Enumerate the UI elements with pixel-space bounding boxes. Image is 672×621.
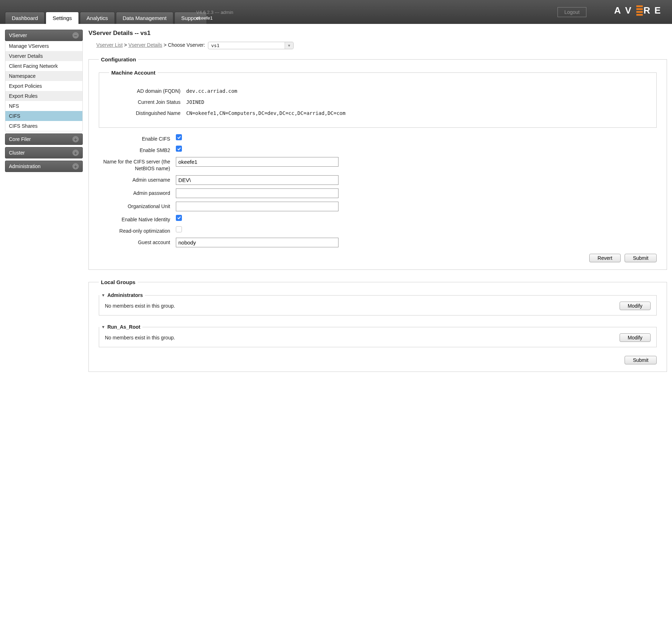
page-title: VServer Details -- vs1	[88, 30, 667, 37]
triangle-down-icon: ▼	[101, 293, 105, 297]
guest-label: Guest account	[99, 238, 170, 246]
content: VServer Details -- vs1 Vserver List > Vs…	[88, 30, 667, 381]
sidebar-item-client-facing-network[interactable]: Client Facing Network	[5, 61, 82, 71]
sidebar-section-core-filer-label: Core Filer	[9, 136, 31, 142]
native-identity-label: Enable Native Identity	[99, 215, 170, 223]
top-info: V4.6.2.3 --- admin okeefe1	[196, 10, 233, 21]
enable-cifs-label: Enable CIFS	[99, 134, 170, 142]
readonly-label: Read-only optimization	[99, 226, 170, 234]
ou-label: Organizational Unit	[99, 202, 170, 209]
plus-icon: +	[72, 136, 79, 142]
run-as-root-title: Run_As_Root	[107, 324, 141, 330]
local-groups-legend: Local Groups	[99, 279, 138, 285]
sidebar-item-export-rules[interactable]: Export Rules	[5, 91, 82, 101]
version-line: V4.6.2.3 --- admin	[196, 10, 233, 15]
sidebar-item-cifs[interactable]: CIFS	[5, 111, 82, 121]
logout-button[interactable]: Logout	[558, 7, 586, 17]
enable-smb2-label: Enable SMB2	[99, 146, 170, 153]
administrators-group: ▼ Administrators No members exist in thi…	[99, 292, 657, 315]
enable-cifs-checkbox[interactable]	[176, 134, 182, 140]
run-as-root-modify-button[interactable]: Modify	[620, 333, 651, 342]
admin-pass-label: Admin password	[99, 188, 170, 196]
native-identity-checkbox[interactable]	[176, 215, 182, 221]
dn-value: CN=okeefe1,CN=Computers,DC=dev,DC=cc,DC=…	[186, 109, 646, 116]
netbios-label: Name for the CIFS server (the NetBIOS na…	[99, 157, 170, 171]
sidebar-item-vserver-details[interactable]: Vserver Details	[5, 51, 82, 61]
sidebar-section-core-filer[interactable]: Core Filer +	[5, 133, 83, 145]
admin-user-input[interactable]	[176, 175, 338, 185]
sidebar-section-cluster-label: Cluster	[9, 150, 25, 156]
tab-data-management[interactable]: Data Management	[116, 12, 173, 24]
logo-e-icon	[636, 5, 643, 16]
logo-a: A	[614, 5, 625, 16]
sidebar-section-cluster[interactable]: Cluster +	[5, 147, 83, 158]
machine-account-fieldset: Machine Account AD domain (FQDN) dev.cc.…	[99, 70, 657, 128]
sidebar-section-vserver[interactable]: VServer −	[5, 30, 83, 41]
sidebar-item-nfs[interactable]: NFS	[5, 101, 82, 111]
plus-icon: +	[72, 163, 79, 170]
sidebar-item-cifs-shares[interactable]: CIFS Shares	[5, 121, 82, 131]
tab-analytics[interactable]: Analytics	[80, 12, 115, 24]
sidebar-vserver-items: Manage VServers Vserver Details Client F…	[5, 41, 83, 131]
run-as-root-legend[interactable]: ▼ Run_As_Root	[99, 324, 142, 330]
vserver-select[interactable]: vs1 ▼	[208, 42, 294, 49]
logo-r: R	[643, 5, 655, 16]
breadcrumb: Vserver List > Vserver Details > Choose …	[96, 42, 667, 49]
breadcrumb-vserver-details[interactable]: Vserver Details	[128, 42, 162, 48]
submit-button[interactable]: Submit	[625, 254, 657, 262]
run-as-root-empty-msg: No members exist in this group.	[105, 335, 175, 340]
top-bar: Dashboard Settings Analytics Data Manage…	[0, 0, 672, 24]
administrators-modify-button[interactable]: Modify	[620, 302, 651, 310]
dropdown-icon: ▼	[285, 42, 293, 49]
breadcrumb-choose-label: Choose Vserver:	[168, 42, 205, 48]
configuration-legend: Configuration	[99, 56, 138, 62]
local-groups-submit-button[interactable]: Submit	[625, 356, 657, 364]
administrators-title: Administrators	[107, 292, 143, 298]
revert-button[interactable]: Revert	[589, 254, 620, 262]
tab-settings[interactable]: Settings	[46, 12, 78, 24]
breadcrumb-vserver-list[interactable]: Vserver List	[96, 42, 123, 48]
local-groups-fieldset: Local Groups ▼ Administrators No members…	[88, 279, 667, 372]
sidebar-section-administration-label: Administration	[9, 163, 41, 169]
vserver-select-value: vs1	[211, 43, 219, 48]
run-as-root-group: ▼ Run_As_Root No members exist in this g…	[99, 324, 657, 347]
sidebar-item-export-policies[interactable]: Export Policies	[5, 81, 82, 91]
join-status-value: JOINED	[186, 98, 646, 105]
sidebar-section-vserver-label: VServer	[9, 32, 27, 38]
guest-input[interactable]	[176, 238, 338, 247]
plus-icon: +	[72, 150, 79, 156]
administrators-legend[interactable]: ▼ Administrators	[99, 292, 145, 298]
ou-input[interactable]	[176, 202, 338, 211]
sidebar-section-administration[interactable]: Administration +	[5, 161, 83, 172]
ad-domain-label: AD domain (FQDN)	[109, 87, 180, 94]
netbios-input[interactable]	[176, 157, 338, 167]
minus-icon: −	[72, 32, 79, 39]
sidebar-item-manage-vservers[interactable]: Manage VServers	[5, 41, 82, 51]
logo-v: V	[625, 5, 636, 16]
cluster-name: okeefe1	[196, 15, 233, 21]
logo: A V R E	[614, 5, 665, 16]
configuration-fieldset: Configuration Machine Account AD domain …	[88, 56, 667, 270]
administrators-empty-msg: No members exist in this group.	[105, 303, 175, 309]
ad-domain-value: dev.cc.arriad.com	[186, 87, 646, 94]
join-status-label: Current Join Status	[109, 98, 180, 105]
admin-user-label: Admin username	[99, 175, 170, 183]
admin-pass-input[interactable]	[176, 188, 338, 198]
dn-label: Distinguished Name	[109, 109, 180, 116]
tab-dashboard[interactable]: Dashboard	[5, 12, 45, 24]
logo-e2: E	[655, 5, 665, 16]
triangle-down-icon: ▼	[101, 325, 105, 329]
sidebar-item-namespace[interactable]: Namespace	[5, 71, 82, 81]
sidebar: VServer − Manage VServers Vserver Detail…	[5, 30, 83, 381]
enable-smb2-checkbox[interactable]	[176, 146, 182, 152]
readonly-checkbox[interactable]	[176, 226, 182, 232]
machine-account-legend: Machine Account	[109, 70, 158, 76]
nav-tabs: Dashboard Settings Analytics Data Manage…	[5, 12, 208, 24]
